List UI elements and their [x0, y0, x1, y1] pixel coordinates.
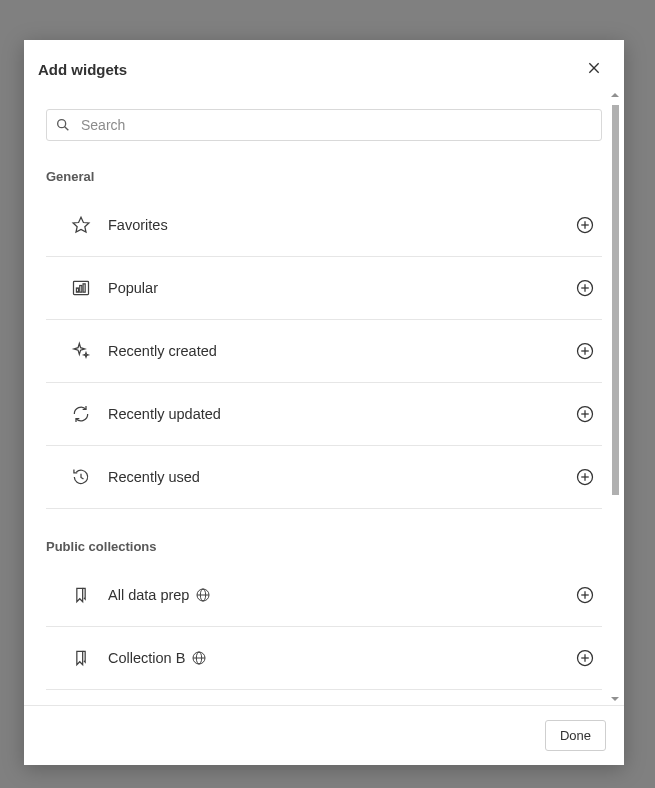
item-label: Recently created	[108, 343, 574, 359]
add-button[interactable]	[574, 584, 596, 606]
list-item: All data prep	[46, 564, 602, 627]
add-button[interactable]	[574, 214, 596, 236]
plus-circle-icon	[575, 341, 595, 361]
plus-circle-icon	[575, 278, 595, 298]
scroll-thumb[interactable]	[612, 105, 619, 495]
section-title-general: General	[46, 169, 602, 184]
popular-icon	[70, 277, 92, 299]
scroll-up-arrow[interactable]	[611, 93, 619, 97]
add-button[interactable]	[574, 340, 596, 362]
add-widgets-modal: Add widgets General Favo	[24, 40, 624, 765]
scrollbar[interactable]	[608, 91, 622, 703]
item-label-wrap: Collection B	[108, 650, 207, 666]
svg-rect-10	[80, 286, 82, 293]
add-button[interactable]	[574, 466, 596, 488]
scroll-down-arrow[interactable]	[611, 697, 619, 701]
modal-body-wrap: General Favorites Popular	[24, 89, 624, 705]
item-label: Recently used	[108, 469, 574, 485]
modal-footer: Done	[24, 705, 624, 765]
modal-header: Add widgets	[24, 40, 624, 89]
list-item: Recently created	[46, 320, 602, 383]
bookmark-icon	[70, 584, 92, 606]
svg-marker-4	[73, 217, 89, 232]
svg-rect-11	[83, 284, 85, 292]
svg-point-2	[58, 120, 66, 128]
list-item: Recently used	[46, 446, 602, 509]
plus-circle-icon	[575, 215, 595, 235]
svg-rect-9	[76, 288, 78, 292]
item-label: Favorites	[108, 217, 574, 233]
modal-body: General Favorites Popular	[24, 89, 624, 705]
history-icon	[70, 466, 92, 488]
bookmark-icon	[70, 647, 92, 669]
item-label-wrap: All data prep	[108, 587, 211, 603]
modal-title: Add widgets	[38, 61, 127, 78]
refresh-icon	[70, 403, 92, 425]
close-button[interactable]	[582, 56, 606, 83]
item-label: Popular	[108, 280, 574, 296]
globe-icon	[195, 587, 211, 603]
add-button[interactable]	[574, 403, 596, 425]
item-label: All data prep	[108, 587, 189, 603]
list-item: Recently updated	[46, 383, 602, 446]
plus-circle-icon	[575, 648, 595, 668]
list-item: Favorites	[46, 194, 602, 257]
svg-line-3	[65, 127, 69, 131]
list-item: Collection B	[46, 627, 602, 690]
plus-circle-icon	[575, 467, 595, 487]
sparkle-icon	[70, 340, 92, 362]
star-icon	[70, 214, 92, 236]
search-icon	[55, 117, 71, 133]
list-item: Popular	[46, 257, 602, 320]
search-box[interactable]	[46, 109, 602, 141]
search-input[interactable]	[79, 116, 593, 134]
add-button[interactable]	[574, 277, 596, 299]
add-button[interactable]	[574, 647, 596, 669]
item-label: Collection B	[108, 650, 185, 666]
section-title-public: Public collections	[46, 539, 602, 554]
section-general: General Favorites Popular	[46, 169, 602, 509]
done-button[interactable]: Done	[545, 720, 606, 751]
plus-circle-icon	[575, 404, 595, 424]
item-label: Recently updated	[108, 406, 574, 422]
plus-circle-icon	[575, 585, 595, 605]
globe-icon	[191, 650, 207, 666]
close-icon	[586, 60, 602, 76]
section-public-collections: Public collections All data prep	[46, 539, 602, 690]
